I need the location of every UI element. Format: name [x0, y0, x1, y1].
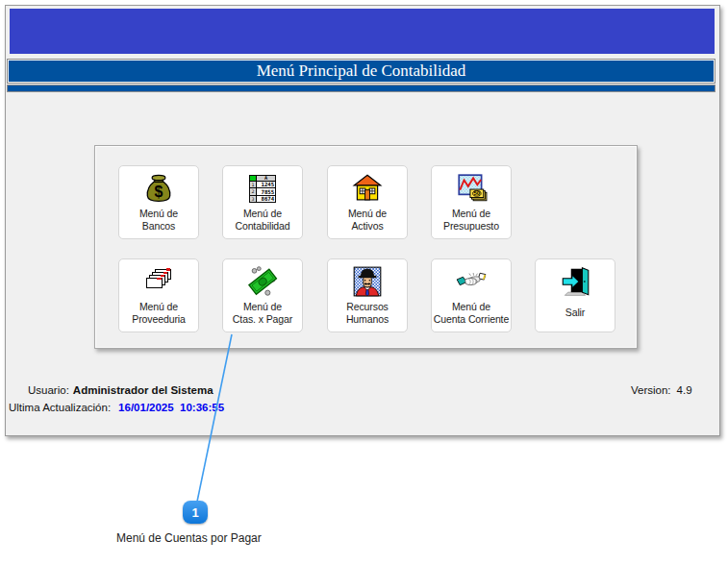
update-value: 16/01/2025 10:36:55 [118, 402, 224, 413]
button-label: Menú de Contabilidad [235, 205, 289, 238]
footer-ultima-actualizacion: Ultima Actualización:16/01/2025 10:36:55 [9, 402, 224, 413]
callout-number: 1 [191, 505, 198, 520]
money-bag-icon: $ [142, 172, 175, 205]
svg-text:1: 1 [251, 182, 254, 187]
button-label: Menú de Bancos [139, 205, 178, 238]
page-title-banner: Menú Principal de Contabilidad [7, 59, 715, 84]
svg-text:3: 3 [251, 196, 254, 202]
version-value: 4.9 [677, 384, 692, 396]
button-label: Menú de Activos [348, 205, 387, 238]
svg-text:$: $ [155, 184, 163, 200]
svg-text:8674: 8674 [261, 196, 274, 202]
exit-door-icon [559, 265, 591, 298]
usuario-label: Usuario: [28, 384, 69, 396]
svg-text:1245: 1245 [261, 182, 274, 187]
button-label: Recursos Humanos [346, 298, 389, 332]
callout-label: Menú de Cuentas por Pagar [116, 531, 262, 545]
footer-usuario: Usuario:Administrador del Sistema [28, 384, 213, 396]
menu-button-cuenta-corriente[interactable]: Menú de Cuenta Corriente [431, 258, 512, 332]
menu-button-salir[interactable]: Salir [535, 258, 615, 332]
svg-text:50: 50 [474, 190, 481, 196]
app-window: Menú Principal de Contabilidad $ Menú de… [5, 5, 720, 436]
menu-button-recursos-humanos[interactable]: Recursos Humanos [327, 258, 408, 332]
banner-divider [7, 85, 715, 92]
button-label: Menú de Cuenta Corriente [434, 298, 509, 332]
window-titlebar [10, 9, 715, 54]
callout-badge-1: 1 [183, 501, 208, 524]
usuario-value: Administrador del Sistema [73, 384, 213, 396]
version-label: Version: [631, 384, 671, 396]
menu-button-activos[interactable]: Menú de Activos [327, 165, 408, 239]
page-title: Menú Principal de Contabilidad [257, 61, 466, 81]
person-icon [351, 265, 384, 298]
menu-button-bancos[interactable]: $ Menú de Bancos [118, 165, 199, 239]
page: { "banner": { "title": "Menú Principal d… [0, 0, 728, 565]
documents-stack-icon [142, 265, 175, 298]
svg-text:7855: 7855 [261, 189, 274, 195]
footer-version: Version:4.9 [631, 384, 692, 396]
button-label: Menú de Proveeduria [132, 298, 186, 332]
button-label: Menú de Presupuesto [443, 205, 499, 238]
house-icon [351, 172, 384, 205]
menu-buttons-panel: $ Menú de Bancos A 1 2 [94, 145, 638, 349]
button-label: Salir [565, 298, 586, 332]
svg-text:2: 2 [251, 188, 254, 194]
handshake-icon [455, 265, 488, 298]
budget-chart-icon: 50 [455, 172, 488, 205]
update-label: Ultima Actualización: [9, 402, 111, 413]
spreadsheet-icon: A 1 2 3 1245 7855 8674 [246, 172, 279, 205]
menu-button-contabilidad[interactable]: A 1 2 3 1245 7855 8674 Menú de Contabili… [222, 165, 303, 239]
menu-button-proveeduria[interactable]: Menú de Proveeduria [118, 258, 199, 332]
banknote-coins-icon [246, 265, 279, 298]
menu-button-ctas-x-pagar[interactable]: Menú de Ctas. x Pagar [222, 258, 303, 332]
button-label: Menú de Ctas. x Pagar [233, 298, 292, 332]
menu-button-presupuesto[interactable]: 50 Menú de Presupuesto [431, 165, 512, 239]
